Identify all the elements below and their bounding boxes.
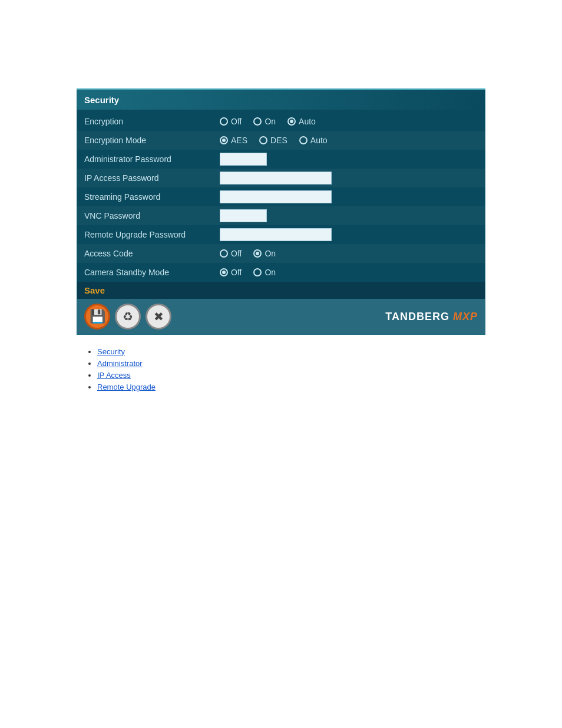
list-item: IP Access [97, 370, 477, 380]
link-remote-upgrade[interactable]: Remote Upgrade [97, 383, 156, 391]
camera-standby-radio-group: Off On [220, 268, 276, 277]
toolbar-buttons: 💾 ♻ ✖ [84, 304, 171, 330]
encryption-auto[interactable]: Auto [287, 117, 316, 126]
mode-des-circle [259, 136, 267, 144]
list-item: Administrator [97, 358, 477, 368]
mode-des[interactable]: DES [259, 136, 287, 145]
vnc-password-row: VNC Password [77, 206, 485, 225]
encryption-mode-radio-group: AES DES Auto [220, 136, 328, 145]
admin-password-row: Administrator Password [77, 150, 485, 169]
vnc-password-label: VNC Password [84, 211, 220, 220]
streaming-password-input[interactable] [220, 190, 332, 203]
panel-footer: Save [77, 282, 485, 299]
vnc-password-input[interactable] [220, 209, 267, 222]
links-section: Security Administrator IP Access Remote … [85, 347, 477, 391]
save-icon: 💾 [90, 309, 105, 324]
remote-upgrade-password-label: Remote Upgrade Password [84, 230, 220, 239]
encryption-off-label: Off [231, 117, 242, 126]
access-code-row: Access Code Off On [77, 244, 485, 263]
encryption-label: Encryption [84, 117, 220, 126]
brand-name: TANDBERG [385, 311, 449, 322]
encryption-on-circle [253, 117, 262, 126]
encryption-radio-group: Off On Auto [220, 117, 316, 126]
camera-standby-off-circle [220, 268, 228, 276]
mode-auto-label: Auto [310, 136, 328, 145]
remote-upgrade-password-input[interactable] [220, 228, 332, 241]
access-code-off-label: Off [231, 249, 242, 258]
camera-standby-on-circle [253, 268, 262, 276]
mode-aes-label: AES [231, 136, 247, 145]
encryption-on[interactable]: On [253, 117, 276, 126]
encryption-on-label: On [265, 117, 276, 126]
list-item: Security [97, 347, 477, 356]
encryption-off-circle [220, 117, 228, 126]
encryption-row: Encryption Off On Auto [77, 112, 485, 131]
refresh-button[interactable]: ♻ [115, 304, 141, 330]
access-code-radio-group: Off On [220, 249, 276, 258]
mode-auto[interactable]: Auto [299, 136, 328, 145]
access-code-on-circle [253, 249, 262, 258]
access-code-off-circle [220, 249, 228, 258]
encryption-mode-row: Encryption Mode AES DES Auto [77, 131, 485, 150]
panel-body: Encryption Off On Auto [77, 110, 485, 282]
camera-standby-row: Camera Standby Mode Off On [77, 263, 485, 282]
camera-standby-off[interactable]: Off [220, 268, 242, 277]
panel-title: Security [84, 95, 119, 105]
panel-header: Security [77, 90, 485, 110]
save-button[interactable]: 💾 [84, 304, 110, 330]
mode-aes[interactable]: AES [220, 136, 247, 145]
access-code-on[interactable]: On [253, 249, 276, 258]
links-list: Security Administrator IP Access Remote … [85, 347, 477, 391]
admin-password-input[interactable] [220, 153, 267, 166]
streaming-password-label: Streaming Password [84, 192, 220, 202]
encryption-mode-label: Encryption Mode [84, 136, 220, 145]
access-code-on-label: On [265, 249, 276, 258]
mode-des-label: DES [270, 136, 287, 145]
ip-access-password-row: IP Access Password [77, 169, 485, 187]
brand-mxp: MXP [453, 311, 478, 322]
camera-standby-label: Camera Standby Mode [84, 268, 220, 277]
mode-auto-circle [299, 136, 308, 144]
streaming-password-row: Streaming Password [77, 187, 485, 206]
ip-access-password-label: IP Access Password [84, 173, 220, 183]
camera-standby-on-label: On [265, 268, 276, 277]
ip-access-password-input[interactable] [220, 172, 332, 185]
refresh-icon: ♻ [123, 309, 133, 324]
close-button[interactable]: ✖ [146, 304, 171, 330]
access-code-off[interactable]: Off [220, 249, 242, 258]
admin-password-label: Administrator Password [84, 154, 220, 164]
link-ip-access[interactable]: IP Access [97, 371, 131, 380]
close-icon: ✖ [154, 309, 164, 324]
encryption-auto-label: Auto [299, 117, 316, 126]
remote-upgrade-password-row: Remote Upgrade Password [77, 225, 485, 244]
mode-aes-circle [220, 136, 228, 144]
toolbar-bar: 💾 ♻ ✖ TANDBERG MXP [77, 299, 485, 334]
camera-standby-off-label: Off [231, 268, 242, 277]
encryption-off[interactable]: Off [220, 117, 242, 126]
encryption-auto-circle [287, 117, 296, 126]
save-label: Save [84, 285, 105, 295]
list-item: Remote Upgrade [97, 382, 477, 391]
brand-logo: TANDBERG MXP [385, 311, 478, 323]
camera-standby-on[interactable]: On [253, 268, 276, 277]
page-wrapper: Security Encryption Off On [0, 0, 562, 391]
link-administrator[interactable]: Administrator [97, 359, 143, 368]
link-security[interactable]: Security [97, 347, 125, 356]
security-panel: Security Encryption Off On [77, 90, 485, 335]
access-code-label: Access Code [84, 249, 220, 258]
